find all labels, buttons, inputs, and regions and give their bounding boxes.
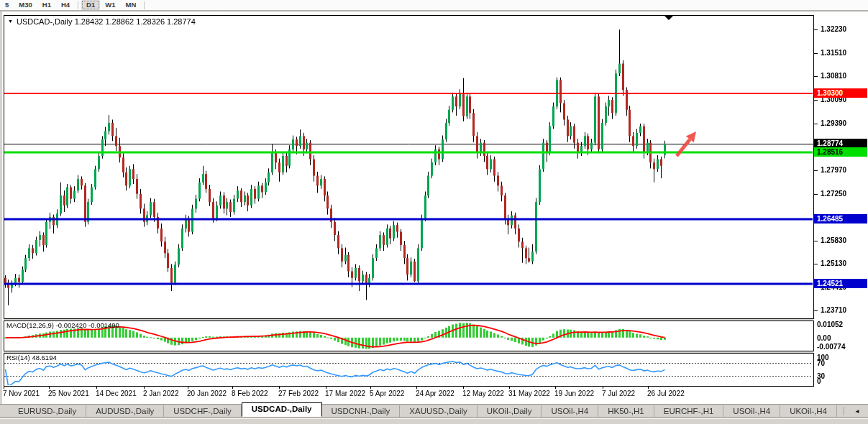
price-tick-label: 1.27970 <box>821 166 846 174</box>
date-tick-label: 5 Apr 2022 <box>370 390 404 397</box>
price-tick-label: 1.29390 <box>821 119 846 127</box>
tab-eurchf-h1[interactable]: EURCHF-,H1 <box>654 405 724 417</box>
timeframe-button-h4[interactable]: H4 <box>56 0 75 10</box>
chart-title: ▼USDCAD-,Daily 1.28432 1.28862 1.28326 1… <box>8 17 196 26</box>
tab-xauusd-daily[interactable]: XAUUSD-,Daily <box>400 405 478 417</box>
date-tick-label: 24 Apr 2022 <box>416 390 454 397</box>
price-badge: 1.24521 <box>814 279 867 288</box>
toolbar-separator <box>78 1 78 9</box>
tab-scroll-right-icon[interactable]: ► <box>864 408 868 415</box>
price-badge: 1.26485 <box>814 214 867 223</box>
date-tick-label: 2 Jan 2022 <box>143 390 179 397</box>
chart-symbol-label: USDCAD-,Daily <box>17 17 73 26</box>
date-tick-label: 12 May 2022 <box>462 390 504 397</box>
price-tick-label: 1.25130 <box>821 259 846 267</box>
macd-indicator-label: MACD(12,26,9) -0.002420 -0.001490 <box>6 321 119 329</box>
tab-scroll-controls: ◄► <box>837 405 868 417</box>
timeframe-button-5[interactable]: 5 <box>0 0 14 10</box>
chart-tab-bar: EURUSD-,DailyAUDUSD-,DailyUSDCHF-,DailyU… <box>0 404 868 418</box>
tab-usdcnh-daily[interactable]: USDCNH-,Daily <box>322 405 401 417</box>
tab-eurusd-daily[interactable]: EURUSD-,Daily <box>9 405 86 417</box>
macd-axis-label: -0.00774 <box>817 343 845 351</box>
status-bar <box>0 418 868 424</box>
rsi-value: 48.6194 <box>32 354 56 361</box>
date-tick-label: 7 Nov 2021 <box>3 390 40 397</box>
tab-usoil-h4[interactable]: USOil-,H4 <box>723 405 780 417</box>
timeframe-button-h1[interactable]: H1 <box>37 0 56 10</box>
date-tick-label: 17 Mar 2022 <box>325 390 365 397</box>
price-chart-canvas[interactable] <box>0 0 868 424</box>
price-badge: 1.28516 <box>814 147 867 157</box>
macd-main-value: -0.002420 <box>56 321 87 329</box>
tab-hk50-h1[interactable]: HK50-,H1 <box>598 405 654 417</box>
tab-nav-separator <box>844 407 844 415</box>
tab-scroll-left-icon[interactable]: ◄ <box>851 408 864 415</box>
date-tick-label: 26 Jul 2022 <box>647 390 685 397</box>
date-tick-label: 20 Jan 2022 <box>187 390 227 397</box>
rsi-indicator-label: RSI(14) 48.6194 <box>6 354 57 361</box>
rsi-axis-label: 70 <box>817 359 825 367</box>
date-tick-label: 31 May 2022 <box>508 390 550 397</box>
timeframe-button-d1[interactable]: D1 <box>81 0 100 10</box>
timeframe-toolbar: 5M30H1H4D1W1MN <box>0 0 868 11</box>
tab-ukoil-daily[interactable]: UKOil-,Daily <box>478 405 542 417</box>
timeframe-button-mn[interactable]: MN <box>121 0 142 10</box>
chart-menu-arrow-icon[interactable]: ▼ <box>8 19 13 24</box>
tab-usoil-h4[interactable]: USOil-,H4 <box>542 405 598 417</box>
price-badge: 1.30300 <box>814 88 867 98</box>
tab-audusd-daily[interactable]: AUDUSD-,Daily <box>86 405 164 417</box>
date-tick-label: 25 Nov 2021 <box>48 390 89 397</box>
macd-axis-label: 0.01052 <box>817 321 843 328</box>
price-tick-label: 1.31510 <box>821 49 846 57</box>
date-tick-label: 7 Jul 2022 <box>602 390 635 397</box>
date-tick-label: 14 Dec 2021 <box>96 390 137 397</box>
timeframe-button-m30[interactable]: M30 <box>14 0 37 10</box>
mt4-window: { "toolbar": { "timeframes": [ {"label":… <box>0 0 868 424</box>
toolbar-separator <box>144 1 145 9</box>
tab-usdcad-daily[interactable]: USDCAD-,Daily <box>242 402 322 417</box>
timeframe-button-w1[interactable]: W1 <box>100 0 120 10</box>
tab-usdchf-daily[interactable]: USDCHF-,Daily <box>164 405 242 417</box>
macd-axis-label: 0.00 <box>817 334 831 342</box>
date-tick-label: 19 Jun 2022 <box>554 390 594 397</box>
price-tick-label: 1.27250 <box>821 190 846 198</box>
tab-ukoil-h4[interactable]: UKOil-,H4 <box>780 405 837 417</box>
macd-signal-value: -0.001490 <box>88 321 119 329</box>
rsi-axis-label: 0 <box>817 377 821 385</box>
date-tick-label: 27 Feb 2022 <box>278 390 319 397</box>
price-tick-label: 1.23710 <box>821 306 846 314</box>
price-tick-label: 1.25830 <box>821 236 846 244</box>
price-tick-label: 1.32230 <box>821 25 846 33</box>
price-tick-label: 1.30810 <box>821 72 846 80</box>
chart-ohlc-values: 1.28432 1.28862 1.28326 1.28774 <box>75 17 196 26</box>
date-tick-label: 8 Feb 2022 <box>232 390 268 397</box>
